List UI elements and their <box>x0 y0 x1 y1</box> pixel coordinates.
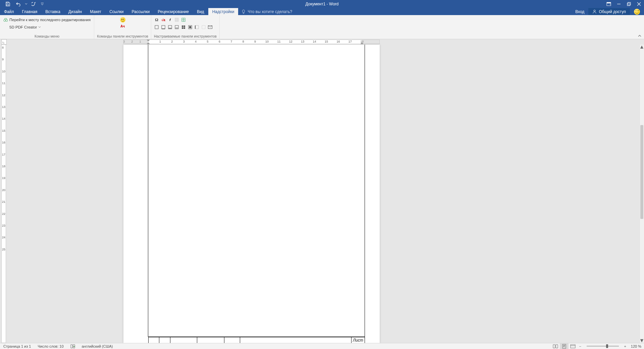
vertical-scrollbar[interactable]: ▲ ▼ <box>639 45 644 343</box>
share-button[interactable]: Общий доступ <box>588 8 630 15</box>
window-controls <box>604 0 644 8</box>
ribbon-group-custom-toolbars: Ω √a f Настраиваемые панели инструментов <box>151 15 220 39</box>
svg-rect-3 <box>607 2 611 3</box>
status-page[interactable]: Страница 1 из 1 <box>0 343 34 349</box>
tell-me[interactable] <box>238 8 318 15</box>
tab-надстройки[interactable]: Надстройки <box>208 8 238 15</box>
border-shade-bottom-icon[interactable] <box>167 24 173 30</box>
view-print-layout-button[interactable] <box>560 343 569 349</box>
zoom-in-button[interactable]: + <box>622 344 628 348</box>
goto-last-edit-button[interactable]: Перейти к месту последнего редактировани… <box>3 16 91 23</box>
hruler-row: ∟ 321123456789101112131415161718 <box>0 39 644 45</box>
titleblock-cell <box>197 337 224 343</box>
envelope-icon[interactable] <box>208 24 213 30</box>
border-inside-fill-icon[interactable] <box>187 24 193 30</box>
svg-point-6 <box>594 10 595 12</box>
tab-stop-selector[interactable]: ∟ <box>1 39 7 45</box>
border-none-icon[interactable] <box>201 24 206 30</box>
right-indent-marker[interactable] <box>360 42 364 44</box>
first-line-indent-marker[interactable] <box>147 40 150 42</box>
svg-rect-23 <box>562 344 566 348</box>
undo-dropdown[interactable] <box>24 0 28 8</box>
zoom-level-button[interactable]: 120 % <box>628 343 644 349</box>
tab-рецензирование[interactable]: Рецензирование <box>154 8 193 15</box>
status-word-count[interactable]: Число слов: 10 <box>34 343 67 349</box>
save-button[interactable] <box>3 0 13 8</box>
window-title: Документ1 - Word <box>0 2 644 6</box>
zoom-slider[interactable] <box>587 346 619 347</box>
titleblock-sheet-label: Лист <box>352 337 365 343</box>
maximize-button[interactable] <box>624 0 634 8</box>
svg-rect-1 <box>7 4 9 6</box>
ribbon-group-menu-commands: Перейти к месту последнего редактировани… <box>0 15 94 39</box>
drawing-frame <box>148 45 365 337</box>
redo-button[interactable] <box>29 0 39 8</box>
zoom-slider-knob[interactable] <box>606 344 608 348</box>
svg-point-7 <box>4 19 6 21</box>
collapse-ribbon-button[interactable] <box>637 34 643 38</box>
border-bottom-heavy-icon[interactable] <box>161 24 166 30</box>
status-language[interactable]: английский (США) <box>78 343 116 349</box>
page[interactable]: Лист <box>123 45 380 343</box>
view-read-mode-button[interactable] <box>551 343 560 349</box>
smiley-icon[interactable] <box>120 17 125 22</box>
ribbon-group-toolbar-commands: Aч Команды панели инструментов <box>94 15 151 39</box>
horizontal-ruler[interactable]: 321123456789101112131415161718 <box>123 40 380 44</box>
zoom-out-button[interactable]: − <box>577 344 583 348</box>
strike-f-icon[interactable]: f <box>167 17 173 22</box>
close-button[interactable] <box>634 0 644 8</box>
sign-in-button[interactable]: Вход <box>571 8 588 15</box>
tab-file[interactable]: Файл <box>0 8 18 15</box>
feedback-smiley-button[interactable] <box>630 8 644 15</box>
scroll-down-button[interactable]: ▼ <box>640 338 644 343</box>
ribbon-display-options[interactable] <box>604 0 614 8</box>
tab-вид[interactable]: Вид <box>193 8 208 15</box>
omega-icon[interactable]: Ω <box>154 17 159 22</box>
tab-вставка[interactable]: Вставка <box>41 8 64 15</box>
table-split-icon[interactable] <box>181 17 186 22</box>
titleblock-cell <box>240 337 352 343</box>
border-shade-bottom2-icon[interactable] <box>174 24 179 30</box>
status-proofing[interactable] <box>67 343 78 349</box>
tell-me-input[interactable] <box>248 9 315 14</box>
status-words-label: Число слов: 10 <box>38 344 63 348</box>
titleblock-cell <box>170 337 197 343</box>
root-a-icon[interactable]: √a <box>161 17 166 22</box>
pdf-creator-label: 5D PDF Creator <box>3 25 37 29</box>
smiley-icon <box>634 9 640 15</box>
tab-рассылки[interactable]: Рассылки <box>127 8 154 15</box>
scroll-thumb[interactable] <box>640 125 643 219</box>
border-left-icon[interactable] <box>194 24 200 30</box>
svg-rect-14 <box>168 28 172 29</box>
titleblock-cell <box>159 337 170 343</box>
vertical-ruler[interactable]: 8910111213141516171819202122232425 <box>1 45 6 343</box>
undo-button[interactable] <box>13 0 23 8</box>
ribbon-group-label: Команды панели инструментов <box>97 34 148 39</box>
abc-check-icon[interactable]: Aч <box>120 24 125 28</box>
binoculars-icon <box>3 18 8 22</box>
svg-rect-11 <box>155 25 158 29</box>
border-outside-icon[interactable] <box>154 24 159 30</box>
svg-rect-12 <box>162 25 165 29</box>
qat-customize-button[interactable] <box>40 0 45 8</box>
goto-last-edit-label: Перейти к месту последнего редактировани… <box>9 18 91 22</box>
left-indent-marker[interactable] <box>147 42 150 44</box>
tab-главная[interactable]: Главная <box>18 8 42 15</box>
tab-дизайн[interactable]: Дизайн <box>64 8 86 15</box>
scroll-up-button[interactable]: ▲ <box>640 45 644 49</box>
tab-ссылки[interactable]: Ссылки <box>105 8 127 15</box>
minimize-button[interactable] <box>614 0 624 8</box>
status-bar: Страница 1 из 1 Число слов: 10 английски… <box>0 343 644 349</box>
tab-макет[interactable]: Макет <box>86 8 105 15</box>
ribbon: Перейти к месту последнего редактировани… <box>0 15 644 39</box>
status-page-label: Страница 1 из 1 <box>3 344 31 348</box>
pdf-creator-button[interactable]: 5D PDF Creator <box>3 24 91 31</box>
svg-rect-0 <box>7 2 8 3</box>
view-web-layout-button[interactable] <box>569 343 577 349</box>
grid-disabled-icon <box>174 17 179 22</box>
ribbon-group-label: Настраиваемые панели инструментов <box>154 34 217 39</box>
titleblock-cell <box>224 337 240 343</box>
border-all-fill-icon[interactable] <box>181 24 186 30</box>
document-area: 8910111213141516171819202122232425 Лист … <box>0 45 644 343</box>
svg-point-8 <box>6 19 8 21</box>
